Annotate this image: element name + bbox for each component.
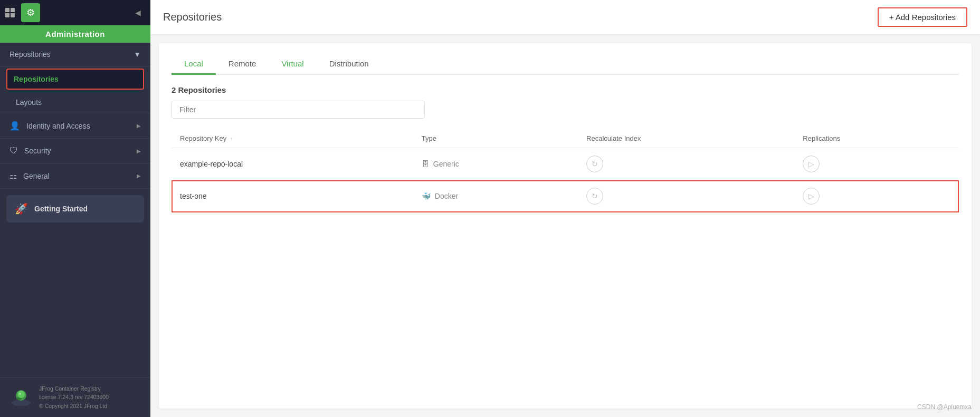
admin-label: Administration [0,25,150,43]
chevron-down-icon: ▼ [134,50,141,59]
table-row-highlighted[interactable]: test-one 🐳 Docker ↻ ▷ [172,180,959,212]
tab-distribution[interactable]: Distribution [317,54,382,75]
table-row[interactable]: example-repo-local 🗄 Generic ↻ ▷ [172,148,959,180]
sidebar-item-layouts[interactable]: Layouts [0,92,150,113]
type-label: Generic [433,160,459,168]
sort-icon: ↑ [231,136,233,142]
collapse-sidebar-button[interactable]: ◀ [131,6,145,19]
database-icon: 🗄 [422,160,429,168]
table-body: example-repo-local 🗄 Generic ↻ ▷ [172,148,959,212]
getting-started-label: Getting Started [34,205,88,213]
security-left: 🛡 Security [9,146,51,156]
gear-icon[interactable]: ⚙ [21,3,40,22]
sidebar-item-identity-access[interactable]: 👤 Identity and Access ▶ [0,113,150,139]
col-header-recalculate: Recalculate Index [578,129,794,148]
tab-virtual[interactable]: Virtual [269,54,316,75]
col-header-replications: Replications [794,129,959,148]
replications-cell-2: ▷ [794,180,959,212]
repo-key-cell-2: test-one [172,180,413,212]
col-header-key[interactable]: Repository Key ↑ [172,129,413,148]
tabs-row: Local Remote Virtual Distribution [172,54,959,75]
recalculate-cell: ↻ [578,148,794,180]
footer-copyright: © Copyright 2021 JFrog Ltd [39,402,109,411]
sidebar-top-bar: ⚙ ◀ [0,0,150,25]
repo-count: 2 Repositories [172,85,959,94]
recalculate-cell-2: ↻ [578,180,794,212]
sidebar-footer: JFrog Container Registry license 7.24.3 … [0,377,150,417]
main-content: Repositories + Add Repositories Local Re… [150,0,980,417]
shield-icon: 🛡 [9,146,18,156]
tab-local[interactable]: Local [172,54,216,75]
sidebar-item-security[interactable]: 🛡 Security ▶ [0,139,150,163]
repositories-group-label: Repositories [9,50,51,59]
footer-text: JFrog Container Registry license 7.24.3 … [39,384,109,411]
footer-license: license 7.24.3 rev 72403900 [39,393,109,402]
recalculate-button-2[interactable]: ↻ [586,188,603,205]
identity-access-left: 👤 Identity and Access [9,121,90,131]
repositories-group-header[interactable]: Repositories ▼ [0,43,150,66]
replications-button[interactable]: ▷ [803,156,820,172]
sidebar-top-bar-left: ⚙ [5,3,40,22]
watermark: CSDN @Apluemxa [917,403,972,411]
sidebar-item-general[interactable]: ⚏ General ▶ [0,163,150,189]
user-icon: 👤 [9,121,20,131]
repo-type-cell-2: 🐳 Docker [413,180,578,212]
page-title: Repositories [163,11,222,23]
general-left: ⚏ General [9,171,50,181]
main-header: Repositories + Add Repositories [150,0,980,35]
repo-table: Repository Key ↑ Type Recalculate Index … [172,129,959,212]
chevron-right-icon3: ▶ [137,173,141,179]
repositories-section: Repositories ▼ Repositories Layouts [0,43,150,113]
getting-started-button[interactable]: 🚀 Getting Started [6,195,144,222]
repo-key-cell: example-repo-local [172,148,413,180]
table-header: Repository Key ↑ Type Recalculate Index … [172,129,959,148]
jfrog-logo [8,387,34,408]
type-label-2: Docker [435,192,458,200]
add-repositories-button[interactable]: + Add Repositories [878,7,967,27]
identity-access-label: Identity and Access [26,122,90,130]
general-label: General [23,172,50,180]
chevron-right-icon: ▶ [137,123,141,129]
sidebar-item-repositories[interactable]: Repositories [6,69,144,90]
rocket-icon: 🚀 [15,202,28,215]
repo-type-cell: 🗄 Generic [413,148,578,180]
general-icon: ⚏ [9,171,17,181]
chevron-right-icon2: ▶ [137,148,141,154]
filter-input[interactable] [172,101,425,119]
security-label: Security [24,147,51,155]
sidebar: ⚙ ◀ Administration Repositories ▼ Reposi… [0,0,150,417]
main-body: Local Remote Virtual Distribution 2 Repo… [159,43,972,409]
docker-icon: 🐳 [422,192,431,200]
grid-icon[interactable] [5,8,15,17]
svg-point-4 [19,393,21,395]
footer-app-name: JFrog Container Registry [39,384,109,393]
recalculate-button[interactable]: ↻ [586,156,603,172]
replications-button-2[interactable]: ▷ [803,188,820,205]
col-header-type: Type [413,129,578,148]
svg-point-3 [17,391,25,398]
replications-cell: ▷ [794,148,959,180]
tab-remote[interactable]: Remote [216,54,269,75]
